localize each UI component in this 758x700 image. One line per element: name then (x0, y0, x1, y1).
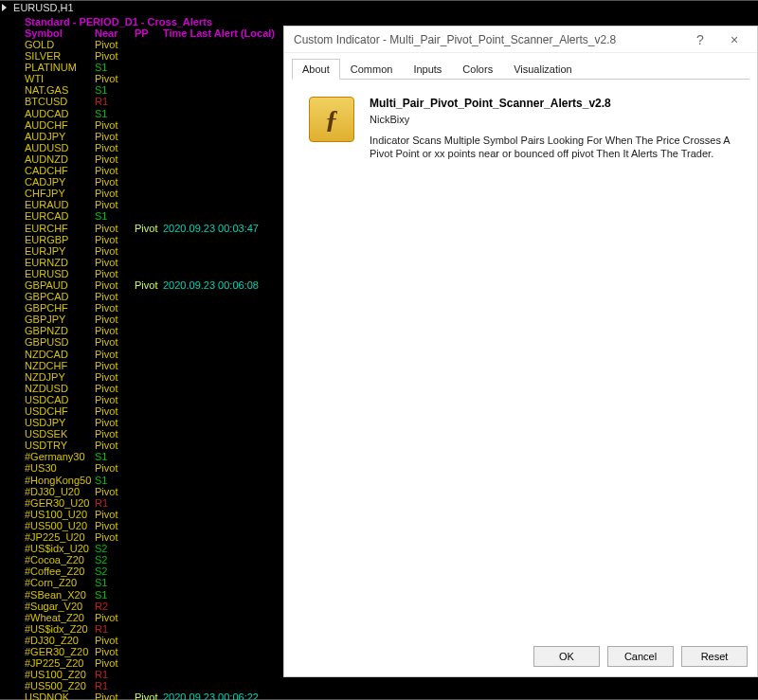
cell-pp (135, 349, 163, 360)
cell-symbol: USDCAD (25, 394, 95, 405)
cell-time: 2020.09.23 00:06:22 (163, 691, 259, 700)
cell-symbol: CHFJPY (25, 188, 95, 199)
cell-pp (135, 165, 163, 176)
cell-symbol: EURCAD (25, 210, 95, 222)
cell-pp (135, 131, 163, 142)
cell-near: R2 (95, 601, 135, 612)
cell-pp (135, 108, 163, 119)
cell-pp (135, 543, 163, 554)
cell-pp (135, 394, 163, 405)
tab-inputs[interactable]: Inputs (403, 59, 452, 80)
cell-symbol: #SBean_X20 (25, 589, 95, 601)
cell-symbol: NAT.GAS (25, 84, 95, 96)
cell-pp (135, 428, 163, 440)
cell-near: Pivot (95, 314, 135, 325)
cancel-button[interactable]: Cancel (607, 646, 674, 667)
cell-pp (135, 199, 163, 210)
cell-pp (135, 188, 163, 199)
cell-pp (135, 314, 163, 325)
cell-symbol: CADJPY (25, 176, 95, 188)
cell-near: Pivot (95, 646, 135, 657)
cell-pp (135, 50, 163, 62)
cell-symbol: #Cocoa_Z20 (25, 554, 95, 565)
cell-near: S2 (95, 565, 135, 577)
cell-near: Pivot (95, 440, 135, 451)
cell-symbol: #US100_U20 (25, 509, 95, 520)
dialog-buttons: OK Cancel Reset (533, 646, 748, 667)
cell-symbol: USDSEK (25, 428, 95, 440)
cell-pp (135, 577, 163, 588)
cell-pp (135, 257, 163, 268)
tab-visualization[interactable]: Visualization (503, 59, 583, 80)
cell-near: Pivot (95, 291, 135, 302)
cell-pp (135, 417, 163, 428)
cell-pp (135, 39, 163, 50)
cell-pp (135, 520, 163, 531)
cell-near: Pivot (95, 50, 135, 62)
reset-button[interactable]: Reset (681, 646, 748, 667)
cell-pp (135, 635, 163, 646)
cell-pp: Pivot (135, 279, 163, 291)
cell-pp (135, 336, 163, 348)
cell-near: Pivot (95, 394, 135, 405)
cell-symbol: GBPUSD (25, 336, 95, 348)
cell-near: Pivot (95, 531, 135, 543)
cell-near: R1 (95, 96, 135, 107)
tab-common[interactable]: Common (340, 59, 404, 80)
cell-pp (135, 268, 163, 279)
cell-symbol: AUDCHF (25, 119, 95, 131)
cell-symbol: #US30 (25, 462, 95, 474)
cell-near: Pivot (95, 405, 135, 417)
cell-symbol: USDTRY (25, 440, 95, 451)
cell-symbol: AUDCAD (25, 108, 95, 119)
cell-pp (135, 680, 163, 691)
table-row: USDNOKPivotPivot2020.09.23 00:06:22 (25, 691, 758, 700)
about-author: NickBixy (370, 114, 742, 125)
cell-pp (135, 73, 163, 84)
dialog-title-bar[interactable]: Custom Indicator - Multi_Pair_Pivot_Poin… (284, 27, 757, 53)
cell-near: R1 (95, 669, 135, 680)
tab-about[interactable]: About (292, 59, 340, 80)
cell-near: Pivot (95, 417, 135, 428)
cell-symbol: NZDCAD (25, 349, 95, 360)
cell-symbol: #US500_Z20 (25, 680, 95, 691)
cell-near: S1 (95, 577, 135, 588)
cell-near: Pivot (95, 176, 135, 188)
cell-pp (135, 646, 163, 657)
dialog-body: About Common Inputs Colors Visualization… (284, 53, 757, 167)
cell-near: Pivot (95, 199, 135, 210)
tab-colors[interactable]: Colors (452, 59, 503, 80)
cell-pp (135, 601, 163, 612)
cell-pp (135, 554, 163, 565)
cell-pp (135, 612, 163, 623)
help-button[interactable]: ? (683, 29, 717, 50)
cell-pp (135, 96, 163, 107)
cell-near: Pivot (95, 325, 135, 336)
cell-near: Pivot (95, 383, 135, 394)
cell-near: Pivot (95, 73, 135, 84)
cell-symbol: CADCHF (25, 165, 95, 176)
cell-near: Pivot (95, 691, 135, 700)
cell-near: Pivot (95, 188, 135, 199)
ok-button[interactable]: OK (533, 646, 600, 667)
cell-near: R1 (95, 497, 135, 509)
cell-pp: Pivot (135, 223, 163, 234)
cell-symbol: USDJPY (25, 417, 95, 428)
expand-icon[interactable] (2, 4, 7, 11)
about-text: Multi_Pair_Pivot_Point_Scanner_Alerts_v2… (370, 97, 742, 161)
cell-near: Pivot (95, 486, 135, 497)
cell-symbol: #Corn_Z20 (25, 577, 95, 588)
close-button[interactable]: × (717, 29, 751, 50)
cell-near: Pivot (95, 119, 135, 131)
cell-symbol: #US500_U20 (25, 520, 95, 531)
cell-near: Pivot (95, 336, 135, 348)
cell-symbol: AUDUSD (25, 142, 95, 153)
cell-pp (135, 245, 163, 257)
cell-pp (135, 153, 163, 165)
cell-symbol: #Sugar_V20 (25, 601, 95, 612)
cell-pp (135, 509, 163, 520)
cell-symbol: WTI (25, 73, 95, 84)
cell-near: Pivot (95, 302, 135, 314)
cell-pp (135, 475, 163, 486)
cell-symbol: GBPJPY (25, 314, 95, 325)
